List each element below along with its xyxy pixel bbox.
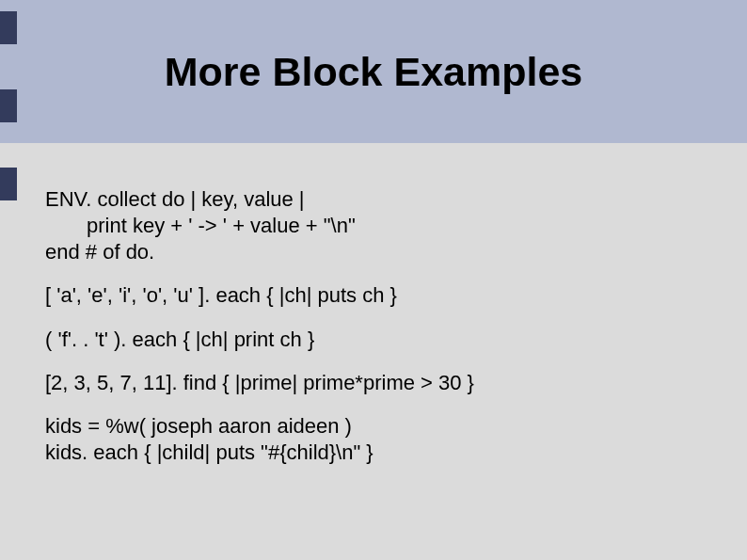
code-line: end # of do.	[45, 239, 704, 265]
code-line: kids. each { |child| puts "#{child}\n" }	[45, 440, 704, 466]
slide-title: More Block Examples	[0, 49, 747, 95]
slide-content: ENV. collect do | key, value | print key…	[45, 186, 704, 483]
code-line: [2, 3, 5, 7, 11]. find { |prime| prime*p…	[45, 370, 704, 396]
left-accent-bar	[0, 11, 17, 44]
code-line: ENV. collect do | key, value |	[45, 186, 704, 213]
code-line: ( 'f'. . 't' ). each { |ch| print ch }	[45, 327, 704, 353]
left-accent-bar	[0, 168, 17, 200]
code-line: kids = %w( joseph aaron aideen )	[45, 413, 704, 440]
code-line: print key + ' -> ' + value + "\n"	[45, 213, 704, 239]
code-line: [ 'a', 'e', 'i', 'o', 'u' ]. each { |ch|…	[45, 282, 704, 309]
